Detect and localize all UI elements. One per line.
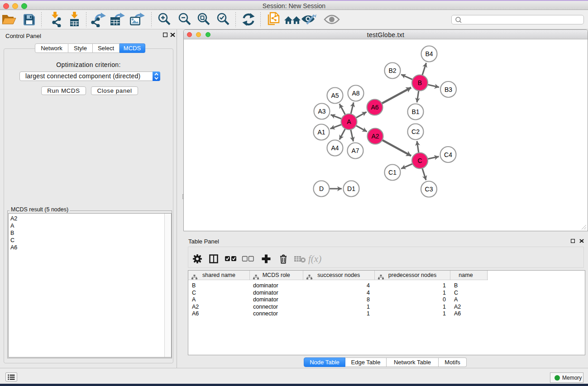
svg-text:C3: C3: [425, 186, 433, 193]
svg-text:B: B: [418, 79, 422, 86]
svg-text:B2: B2: [388, 67, 396, 74]
svg-text:A6: A6: [371, 104, 378, 111]
svg-text:A8: A8: [352, 90, 359, 97]
svg-text:A4: A4: [331, 144, 339, 152]
svg-text:A1: A1: [317, 129, 325, 136]
svg-text:C: C: [417, 157, 422, 164]
svg-text:C4: C4: [444, 151, 452, 158]
svg-text:D: D: [319, 185, 324, 192]
svg-text:C2: C2: [411, 128, 420, 135]
svg-text:A5: A5: [331, 92, 339, 99]
svg-text:B3: B3: [445, 86, 452, 93]
svg-text:A7: A7: [351, 147, 359, 154]
svg-text:B4: B4: [425, 50, 433, 57]
svg-text:D1: D1: [347, 185, 355, 192]
svg-text:B1: B1: [411, 108, 419, 115]
svg-text:A3: A3: [318, 108, 325, 115]
svg-text:A2: A2: [371, 133, 379, 140]
svg-text:C1: C1: [388, 169, 397, 176]
svg-text:A: A: [347, 118, 351, 125]
